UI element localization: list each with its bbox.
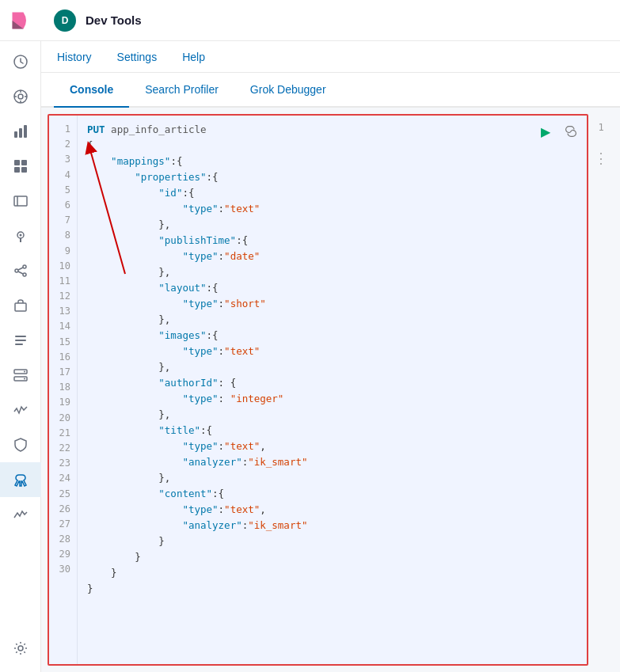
code-line-17: "authorId": { [87, 375, 580, 391]
code-line-29: } [87, 565, 580, 581]
editor-content: 1 2 3 4 5 6 7 8 9 10 11 12 13 14 15 16 1 [49, 116, 587, 664]
code-line-4: "properties":{ [87, 169, 580, 185]
sidebar-item-infrastructure[interactable] [0, 358, 41, 393]
copy-link-button[interactable] [561, 122, 580, 141]
line-num-1: 1 [65, 122, 70, 137]
sidebar-item-discover[interactable] [0, 79, 41, 114]
svg-rect-14 [14, 196, 27, 206]
svg-rect-13 [21, 167, 27, 173]
line-num-19: 19 [59, 395, 70, 410]
line-num-12: 12 [59, 289, 70, 304]
line-num-9: 9 [65, 244, 70, 259]
code-line-18: "type": "integer" [87, 391, 580, 407]
sidebar-item-maps[interactable] [0, 218, 41, 253]
code-line-21: "type":"text", [87, 439, 580, 454]
tab-grok-debugger[interactable]: Grok Debugger [234, 73, 342, 108]
line-num-2: 2 [65, 137, 70, 152]
svg-rect-10 [14, 160, 20, 165]
code-line-28: } [87, 549, 580, 565]
code-line-11: "layout":{ [87, 280, 580, 296]
run-button[interactable]: ▶ [536, 122, 555, 141]
code-line-14: "images":{ [87, 328, 580, 344]
line-num-3: 3 [65, 152, 70, 167]
svg-rect-11 [21, 160, 27, 165]
sidebar-item-visualize[interactable] [0, 114, 41, 149]
svg-point-17 [19, 234, 21, 237]
code-line-24: "content":{ [87, 486, 580, 502]
sidebar-icon-list [0, 41, 40, 631]
line-num-29: 29 [59, 547, 70, 562]
app-title: Dev Tools [86, 13, 142, 27]
code-line-30: } [87, 581, 580, 597]
sidebar-item-clock[interactable] [0, 44, 41, 79]
code-line-22: "analyzer":"ik_smart" [87, 454, 580, 470]
svg-point-19 [23, 265, 26, 268]
line-num-18: 18 [59, 380, 70, 395]
tab-search-profiler[interactable]: Search Profiler [129, 73, 234, 108]
svg-point-31 [18, 646, 23, 651]
line-num-28: 28 [59, 532, 70, 547]
line-num-14: 14 [59, 319, 70, 334]
line-num-8: 8 [65, 228, 70, 243]
content-area: 1 2 3 4 5 6 7 8 9 10 11 12 13 14 15 16 1 [41, 108, 620, 672]
svg-rect-23 [15, 303, 26, 311]
sidebar-item-logs[interactable] [0, 323, 41, 358]
nav-bar: History Settings Help [41, 41, 620, 73]
code-line-19: }, [87, 407, 580, 423]
code-line-7: }, [87, 217, 580, 233]
line-num-30: 30 [59, 562, 70, 577]
response-panel: 1 ⋮ [588, 114, 614, 666]
sidebar-item-siem[interactable] [0, 427, 41, 462]
nav-history[interactable]: History [54, 51, 95, 63]
line-num-4: 4 [65, 168, 70, 183]
code-editor[interactable]: PUT app_info_article { "mappings":{ "pro… [78, 116, 587, 664]
svg-point-30 [24, 378, 25, 380]
editor-panel: 1 2 3 4 5 6 7 8 9 10 11 12 13 14 15 16 1 [48, 114, 588, 666]
svg-rect-7 [14, 131, 17, 138]
svg-rect-25 [15, 340, 26, 341]
sidebar-item-devtools[interactable] [0, 462, 41, 497]
sidebar-bottom [0, 631, 41, 672]
line-num-5: 5 [65, 183, 70, 198]
tab-console[interactable]: Console [54, 73, 129, 108]
response-line-1: 1 [598, 120, 603, 135]
code-line-2: { [87, 138, 580, 154]
sidebar-item-monitoring[interactable] [0, 497, 41, 532]
code-line-10: }, [87, 264, 580, 280]
sidebar-item-management[interactable] [0, 631, 41, 666]
svg-line-33 [569, 130, 572, 132]
line-num-15: 15 [59, 335, 70, 350]
sidebar-item-dashboard[interactable] [0, 149, 41, 184]
svg-rect-24 [15, 336, 26, 337]
sidebar-item-fleet[interactable] [0, 288, 41, 323]
line-num-16: 16 [59, 350, 70, 365]
nav-settings[interactable]: Settings [114, 51, 161, 63]
line-num-27: 27 [59, 517, 70, 532]
svg-rect-8 [19, 128, 22, 138]
line-num-6: 6 [65, 198, 70, 213]
tabs-bar: Console Search Profiler Grok Debugger [41, 73, 620, 108]
main-content: D Dev Tools History Settings Help Consol… [41, 0, 620, 672]
code-line-9: "type":"date" [87, 249, 580, 264]
code-line-15: "type":"text" [87, 344, 580, 359]
sidebar-item-apm[interactable] [0, 393, 41, 427]
line-num-13: 13 [59, 304, 70, 319]
code-line-25: "type":"text", [87, 502, 580, 518]
code-line-20: "title":{ [87, 423, 580, 439]
sidebar-item-ml[interactable] [0, 253, 41, 288]
link-icon [565, 125, 577, 138]
nav-help[interactable]: Help [179, 51, 208, 63]
app-header: D Dev Tools [41, 0, 620, 41]
response-dots: ⋮ [594, 151, 608, 165]
svg-point-29 [24, 371, 25, 373]
svg-point-20 [23, 273, 26, 276]
code-line-26: "analyzer":"ik_smart" [87, 518, 580, 533]
sidebar-item-canvas[interactable] [0, 184, 41, 218]
app-logo [0, 0, 41, 41]
line-num-24: 24 [59, 471, 70, 486]
code-line-8: "publishTime":{ [87, 233, 580, 249]
svg-rect-12 [14, 167, 20, 173]
line-num-7: 7 [65, 213, 70, 228]
svg-rect-26 [15, 344, 23, 345]
line-num-17: 17 [59, 365, 70, 380]
